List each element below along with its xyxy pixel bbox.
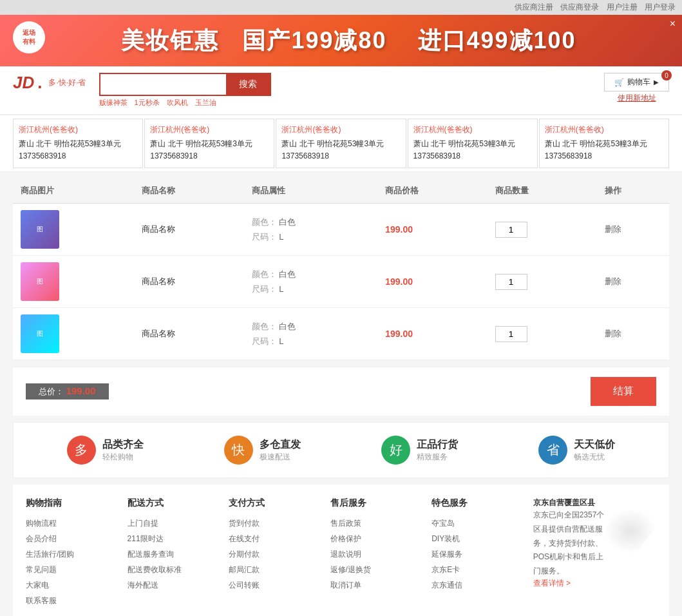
delete-button-2[interactable]: 删除	[605, 329, 621, 338]
color-label-0: 颜色：	[252, 217, 277, 227]
delete-button-1[interactable]: 删除	[605, 276, 621, 286]
footer-link-4-3[interactable]: 京东E卡	[431, 562, 514, 577]
footer-link-3-2[interactable]: 退款说明	[330, 546, 413, 562]
feature-subtitle-1: 极速配送	[260, 452, 301, 463]
address-bar: 浙江杭州(爸爸收) 萧山 北干 明怡花苑53幢3单元 13735683918 浙…	[0, 115, 682, 172]
col-header-price: 商品价格	[377, 178, 487, 204]
cart-icon: 🛒	[614, 78, 624, 87]
color-value-0: 白色	[279, 217, 296, 227]
product-name-1: 商品名称	[142, 276, 175, 286]
footer-nav: 购物指南 购物流程 会员介绍 生活旅行/团购 常见问题 大家电 联系客服 配送方…	[13, 485, 669, 616]
footer-link-2-4[interactable]: 公司转账	[229, 577, 311, 593]
address-item-3[interactable]: 浙江杭州(爸爸收) 萧山 北干 明怡花苑53幢3单元 13735683918	[408, 119, 538, 168]
product-price-2: 199.00	[385, 329, 413, 339]
footer-link-1-0[interactable]: 上门自提	[128, 515, 210, 531]
address-item-4[interactable]: 浙江杭州(爸爸收) 萧山 北干 明怡花苑53幢3单元 13735683918	[539, 119, 669, 168]
feature-icon-2: 好	[381, 436, 410, 465]
footer-map-title: 京东自营覆盖区县	[533, 497, 656, 508]
size-label-2: 尺码：	[252, 336, 277, 346]
product-attr-cell-0: 颜色： 白色 尺码： L	[244, 204, 378, 256]
feature-item-3: 省 天天低价 畅选无忧	[538, 436, 615, 465]
footer-map-detail-link[interactable]: 查看详情 >	[533, 579, 571, 588]
footer-link-1-3[interactable]: 配送费收取标准	[128, 562, 210, 577]
footer-link-3-1[interactable]: 价格保护	[330, 531, 413, 546]
address-item-0[interactable]: 浙江杭州(爸爸收) 萧山 北干 明怡花苑53幢3单元 13735683918	[13, 119, 143, 168]
qty-input-2[interactable]	[495, 326, 527, 342]
footer-col-3: 售后服务 售后政策 价格保护 退款说明 返修/退换货 取消订单	[330, 497, 413, 608]
addr-title-1: 浙江杭州(爸爸收)	[150, 124, 269, 135]
col-header-attr: 商品属性	[244, 178, 378, 204]
qty-input-1[interactable]	[495, 274, 527, 290]
search-tag-3[interactable]: 玉兰油	[195, 99, 216, 106]
footer-col-1: 配送方式 上门自提 211限时达 配送服务查询 配送费收取标准 海外配送	[128, 497, 210, 608]
footer-map-col: 京东自营覆盖区县 京东已向全国2357个区县提供自营配送服务，支持货到付款、PO…	[533, 497, 656, 608]
search-tag-0[interactable]: 贩缘神茶	[99, 99, 128, 106]
product-price-cell-1: 199.00	[377, 256, 487, 308]
footer-col-4: 特色服务 夺宝岛 DIY装机 延保服务 京东E卡 京东通信	[431, 497, 514, 608]
product-action-cell-2: 删除	[597, 308, 669, 360]
addr-title-4: 浙江杭州(爸爸收)	[545, 124, 663, 135]
product-price-cell-0: 199.00	[377, 204, 487, 256]
supplier-register-link[interactable]: 供应商注册	[515, 3, 553, 12]
cart-button[interactable]: 🛒 购物车 0 ▶	[604, 73, 669, 91]
product-price-cell-2: 199.00	[377, 308, 487, 360]
footer-link-4-4[interactable]: 京东通信	[431, 577, 514, 593]
product-image-cell-0: 图	[13, 204, 134, 256]
footer-link-3-3[interactable]: 返修/退换货	[330, 562, 413, 577]
footer-link-0-4[interactable]: 大家电	[26, 577, 108, 593]
search-tag-1[interactable]: 1元秒杀	[135, 99, 160, 106]
user-register-link[interactable]: 用户注册	[607, 3, 638, 12]
product-price-0: 199.00	[385, 224, 413, 235]
search-button[interactable]: 搜索	[226, 74, 270, 95]
footer-col-title-4: 特色服务	[431, 497, 514, 509]
footer-link-4-2[interactable]: 延保服务	[431, 546, 514, 562]
search-tag-2[interactable]: 吹风机	[167, 99, 188, 106]
footer-link-3-4[interactable]: 取消订单	[330, 577, 413, 593]
user-login-link[interactable]: 用户登录	[645, 3, 676, 12]
cart-main: 商品图片 商品名称 商品属性 商品价格 商品数量 操作 图 商品名称 颜色：	[13, 178, 669, 360]
search-area: 搜索 贩缘神茶 1元秒杀 吹风机 玉兰油	[99, 73, 592, 108]
footer-link-0-5[interactable]: 联系客服	[26, 593, 108, 608]
checkout-button[interactable]: 结算	[591, 377, 656, 406]
search-input[interactable]	[100, 74, 226, 95]
address-item-1[interactable]: 浙江杭州(爸爸收) 萧山 北干 明怡花苑53幢3单元 13735683918	[144, 119, 274, 168]
address-item-2[interactable]: 浙江杭州(爸爸收) 萧山 北干 明怡花苑53幢3单元 13735683918	[276, 119, 406, 168]
footer-link-1-2[interactable]: 配送服务查询	[128, 546, 210, 562]
feature-icon-0: 多	[67, 436, 96, 465]
feature-item-2: 好 正品行货 精致服务	[381, 436, 458, 465]
footer-link-2-3[interactable]: 邮局汇款	[229, 562, 311, 577]
total-label: 总价：	[39, 387, 64, 396]
footer-link-4-1[interactable]: DIY装机	[431, 531, 514, 546]
table-row: 图 商品名称 颜色： 白色 尺码： L 199.00	[13, 256, 669, 308]
product-image-cell-2: 图	[13, 308, 134, 360]
footer-link-0-2[interactable]: 生活旅行/团购	[26, 546, 108, 562]
logo-dot: .	[37, 73, 42, 93]
footer-link-4-0[interactable]: 夺宝岛	[431, 515, 514, 531]
feature-icon-3: 省	[538, 436, 567, 465]
cart-area: 🛒 购物车 0 ▶ 使用新地址	[604, 73, 669, 104]
total-row: 总价： 199.00 结算	[13, 367, 669, 416]
qty-input-0[interactable]	[495, 222, 527, 238]
footer-link-1-4[interactable]: 海外配送	[128, 577, 210, 593]
footer-link-2-0[interactable]: 货到付款	[229, 515, 311, 531]
top-bar: 供应商注册 供应商登录 用户注册 用户登录	[0, 0, 682, 15]
addr-detail-3: 萧山 北干 明怡花苑53幢3单元	[413, 138, 532, 150]
footer-link-0-0[interactable]: 购物流程	[26, 515, 108, 531]
footer-link-2-1[interactable]: 在线支付	[229, 531, 311, 546]
addr-phone-2: 13735683918	[281, 150, 400, 162]
footer-link-2-2[interactable]: 分期付款	[229, 546, 311, 562]
footer-link-0-1[interactable]: 会员介绍	[26, 531, 108, 546]
col-header-qty: 商品数量	[488, 178, 597, 204]
footer-link-3-0[interactable]: 售后政策	[330, 515, 413, 531]
footer-link-1-1[interactable]: 211限时达	[128, 531, 210, 546]
promo-banner[interactable]: 返场 有料 美妆钜惠 国产199减80 进口499减100 ×	[0, 15, 682, 66]
delete-button-0[interactable]: 删除	[605, 224, 621, 234]
search-tags: 贩缘神茶 1元秒杀 吹风机 玉兰油	[99, 98, 222, 108]
feature-text-2: 正品行货 精致服务	[417, 438, 458, 463]
banner-close-icon[interactable]: ×	[670, 18, 676, 30]
footer-link-0-3[interactable]: 常见问题	[26, 562, 108, 577]
supplier-login-link[interactable]: 供应商登录	[560, 3, 599, 12]
addr-detail-0: 萧山 北干 明怡花苑53幢3单元	[19, 138, 137, 150]
new-address-link[interactable]: 使用新地址	[618, 93, 656, 104]
site-logo[interactable]: JD . 多·快·好·省	[13, 73, 86, 93]
